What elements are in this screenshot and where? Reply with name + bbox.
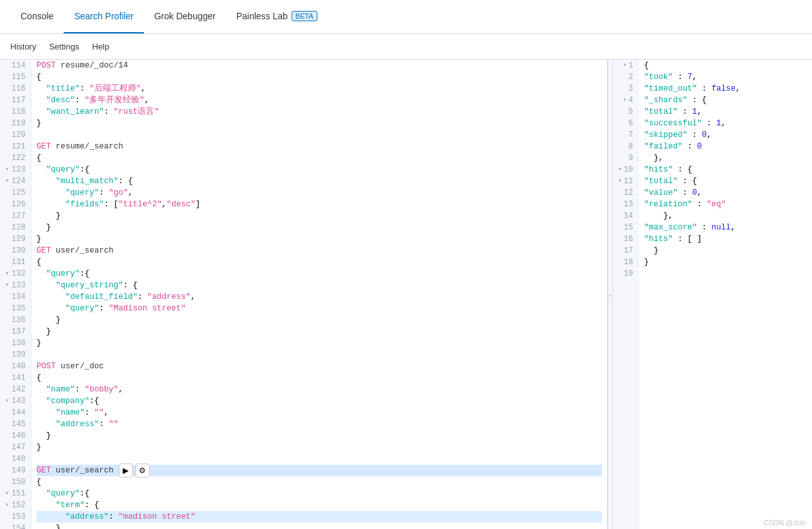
line-number: 149 [5,465,26,476]
fold-arrow[interactable]: ▾ [618,164,622,175]
output-code-line: "value" : 0, [644,187,807,199]
line-number: 135 [5,303,26,314]
output-line-number: 5 [618,106,633,118]
nav-settings[interactable]: Settings [49,42,79,51]
line-number: 148 [5,453,26,465]
resize-handle[interactable]: ⋮ [608,60,613,529]
line-number: 137 [5,326,26,337]
output-line-number: 15 [618,222,633,233]
code-line: } [37,523,602,529]
output-code-line: { [644,60,807,71]
code-line: "company":{ [37,395,602,407]
line-number: 153 [5,511,26,523]
code-line: "query":{ [37,488,602,499]
line-number: 119 [5,118,26,129]
code-line: "term": { [37,499,602,511]
code-line: } [37,118,602,129]
code-line: { [37,71,602,83]
line-number: 126 [5,199,26,210]
code-line: "title": "后端工程师", [37,83,602,94]
beta-badge: BETA [292,11,317,21]
second-nav: History Settings Help [0,34,812,60]
editor-panel: 114115116117118119120121122▾123▾12412512… [0,60,608,529]
fold-arrow[interactable]: ▾ [5,395,9,407]
output-code-line: "hits" : [ ] [644,233,807,245]
line-number: ▾133 [5,280,26,291]
code-line: } [37,337,602,349]
line-number: 147 [5,442,26,453]
line-number: 150 [5,476,26,488]
code-line: "address": "" [37,418,602,430]
code-line: "want_learn": "rust语言" [37,106,602,118]
code-line: "query_string": { [37,280,602,291]
code-line: GET resume/_search [37,141,602,152]
output-line-number: 8 [618,141,633,152]
line-number: 127 [5,210,26,222]
line-number: 116 [5,83,26,94]
line-number: 131 [5,256,26,268]
nav-history[interactable]: History [10,42,36,51]
fold-arrow[interactable]: ▾ [622,60,626,71]
code-line: { [37,152,602,164]
line-number: 144 [5,407,26,418]
line-number: ▾152 [5,499,26,511]
fold-arrow[interactable]: ▾ [622,94,626,106]
tab-console[interactable]: Console [10,0,64,33]
line-number: 138 [5,337,26,349]
output-line-number: 13 [618,199,633,210]
code-line: "name": "", [37,407,602,418]
output-line-number: ▾4 [618,94,633,106]
output-code-line: "failed" : 0 [644,141,807,152]
output-line-number: ▾1 [618,60,633,71]
fold-arrow[interactable]: ▾ [5,488,9,499]
output-code-line: }, [644,152,807,164]
editor-code-area[interactable]: POST resume/_doc/14{ "title": "后端工程师", "… [31,60,607,529]
output-line-number: 7 [618,129,633,141]
line-number: 120 [5,129,26,141]
line-number: 129 [5,233,26,245]
line-number: 141 [5,372,26,384]
line-number: 128 [5,222,26,233]
line-number: 145 [5,418,26,430]
line-number: 115 [5,71,26,83]
fold-arrow[interactable]: ▾ [5,499,9,511]
fold-arrow[interactable]: ▾ [5,164,9,175]
tab-painless-lab[interactable]: Painless Lab BETA [226,0,328,33]
output-line-number: 14 [618,210,633,222]
tab-grok-debugger[interactable]: Grok Debugger [144,0,226,33]
nav-help[interactable]: Help [92,42,109,51]
code-line: } [37,314,602,326]
fold-arrow[interactable]: ▾ [618,175,622,187]
main-area: 114115116117118119120121122▾123▾12412512… [0,60,812,529]
fold-arrow[interactable]: ▾ [5,280,9,291]
run-button[interactable]: ▶ [119,463,133,478]
code-line: { [37,476,602,488]
output-line-number: 9 [618,152,633,164]
output-code-line: "max_score" : null, [644,222,807,233]
line-number: 121 [5,141,26,152]
watermark: CSDN @Jzin [764,519,806,526]
output-code-line: "took" : 7, [644,71,807,83]
output-line-number: 12 [618,187,633,199]
line-number: 118 [5,106,26,118]
output-code-line: "_shards" : { [644,94,807,106]
fold-arrow[interactable]: ▾ [5,175,9,187]
code-line: } [37,442,602,453]
tab-search-profiler[interactable]: Search Profiler [64,0,144,33]
output-line-number: 16 [618,233,633,245]
output-code-line [644,268,807,280]
code-line: } [37,210,602,222]
output-line-number: 17 [618,245,633,256]
output-content[interactable]: ▾123▾456789▾10▾111213141516171819 { "too… [613,60,812,529]
editor-content[interactable]: 114115116117118119120121122▾123▾12412512… [0,60,607,529]
output-code-line: "total" : 1, [644,106,807,118]
output-panel: ▾123▾456789▾10▾111213141516171819 { "too… [613,60,812,529]
code-line: "address": "madison street" [37,511,602,523]
fold-arrow[interactable]: ▾ [5,268,9,280]
line-number: ▾132 [5,268,26,280]
line-number: 114 [5,60,26,71]
editor-line-numbers: 114115116117118119120121122▾123▾12412512… [0,60,31,529]
code-line: "multi_match": { [37,175,602,187]
tools-button[interactable]: ⚙ [136,463,150,478]
code-line: "query": "go", [37,187,602,199]
